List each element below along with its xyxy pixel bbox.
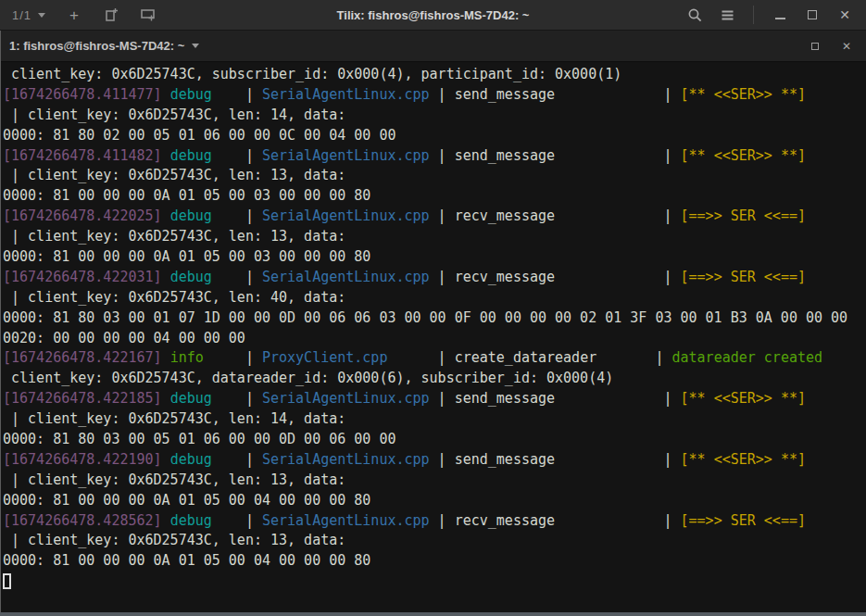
tab-close-button[interactable]: ✕ [838,38,855,55]
minimize-icon [775,10,785,19]
terminal-line: 0000: 81 80 03 00 01 07 1D 00 00 0D 00 0… [3,308,866,329]
terminal-line: 0000: 81 00 00 00 0A 01 05 00 03 00 00 0… [3,247,866,268]
tab-caret-icon[interactable] [192,44,199,48]
terminal-line: [1674266478.428562] debug | SerialAgentL… [3,511,866,532]
add-terminal-right-button[interactable] [103,6,119,23]
terminal-line: client_key: 0x6D25743C, subscriber_id: 0… [3,65,866,85]
terminal-line: 0000: 81 00 00 00 0A 01 05 00 04 00 00 0… [3,551,866,572]
plus-icon: + [69,7,79,23]
window-resize-edge[interactable] [0,612,866,616]
minimize-button[interactable] [772,6,788,23]
search-icon [687,7,703,23]
terminal-line: | client_key: 0x6D25743C, len: 40, data: [3,288,866,308]
terminal-line: [1674266478.422167] info | ProxyClient.c… [3,348,866,369]
titlebar-separator [753,6,754,24]
session-caret-icon [38,13,45,18]
terminal-cursor-line [3,572,866,592]
terminal-output[interactable]: client_key: 0x6D25743C, subscriber_id: 0… [1,62,866,612]
titlebar: 1/1 + [0,0,866,31]
terminal-cursor [3,573,11,589]
terminal-line: [1674266478.411477] debug | SerialAgentL… [3,85,866,106]
terminal-line: [1674266478.422190] debug | SerialAgentL… [3,450,866,471]
tab-maximize-button[interactable] [807,38,823,55]
terminal-line: | client_key: 0x6D25743C, len: 13, data: [3,531,866,551]
new-session-button[interactable]: + [66,6,82,23]
add-terminal-down-icon [140,7,157,22]
tab-close-icon: ✕ [842,41,851,52]
tilix-window: 1/1 + [0,0,866,616]
menu-button[interactable] [719,6,735,23]
close-icon: ✕ [839,8,850,21]
terminal-line: 0000: 81 00 00 00 0A 01 05 00 04 00 00 0… [3,491,866,511]
terminal-line: | client_key: 0x6D25743C, len: 13, data: [3,166,866,186]
tab-terminal-title[interactable]: 1: fishros@fishros-MS-7D42: ~ [9,39,184,53]
add-terminal-down-button[interactable] [140,6,157,23]
terminal-line: 0000: 81 80 03 00 05 01 06 00 00 0D 00 0… [3,430,866,450]
terminal-line: | client_key: 0x6D25743C, len: 13, data: [3,471,866,491]
terminal-line: | client_key: 0x6D25743C, len: 13, data: [3,227,866,247]
terminal-line: 0000: 81 00 00 00 0A 01 05 00 03 00 00 0… [3,186,866,207]
maximize-button[interactable] [804,6,821,23]
add-terminal-right-icon [104,7,119,22]
terminal-line: [1674266478.422185] debug | SerialAgentL… [3,389,866,409]
search-button[interactable] [686,6,703,23]
terminal-line: [1674266478.422031] debug | SerialAgentL… [3,268,866,288]
terminal-line: 0000: 81 80 02 00 05 01 06 00 00 0C 00 0… [3,126,866,146]
terminal-line: | client_key: 0x6D25743C, len: 14, data: [3,409,866,430]
close-button[interactable]: ✕ [836,6,853,23]
maximize-icon [808,10,817,19]
terminal-line: client_key: 0x6D25743C, datareader_id: 0… [3,369,866,389]
tab-maximize-icon [811,43,819,50]
terminal-line: [1674266478.411482] debug | SerialAgentL… [3,146,866,167]
terminal-line: [1674266478.422025] debug | SerialAgentL… [3,207,866,227]
session-selector[interactable]: 1/1 [12,8,45,22]
session-count: 1/1 [12,8,31,22]
tabbar: 1: fishros@fishros-MS-7D42: ~ ✕ [1,31,866,62]
terminal-line: | client_key: 0x6D25743C, len: 14, data: [3,106,866,126]
menu-icon [721,9,734,21]
terminal-line: 0020: 00 00 00 00 04 00 00 00 [3,329,866,349]
window-body: 1: fishros@fishros-MS-7D42: ~ ✕ client_k… [0,31,866,612]
